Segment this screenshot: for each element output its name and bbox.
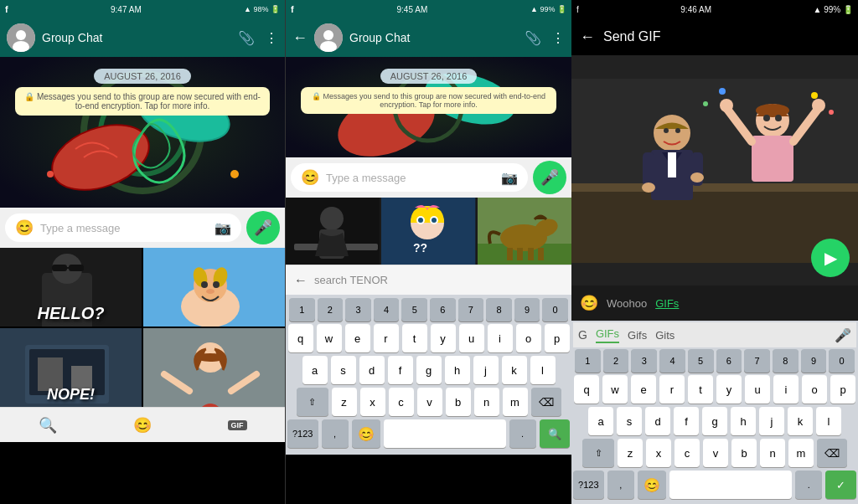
key-v[interactable]: v — [417, 388, 442, 416]
key-shift-3[interactable]: ⇧ — [582, 439, 614, 467]
key-p[interactable]: p — [545, 324, 570, 352]
key-0[interactable]: 0 — [542, 298, 568, 321]
emoji-nav-icon-1[interactable]: 😊 — [133, 416, 152, 435]
key-space-2[interactable] — [384, 419, 506, 448]
tenor-search-bar[interactable]: ← search TENOR — [286, 265, 571, 295]
key-t-3[interactable]: t — [688, 375, 713, 404]
key-y-3[interactable]: y — [716, 375, 742, 404]
more-icon-2[interactable]: ⋮ — [551, 30, 565, 46]
key-n-3[interactable]: n — [760, 439, 785, 467]
mic-icon-3[interactable]: 🎤 — [835, 327, 851, 343]
search-icon-1[interactable]: 🔍 — [39, 416, 57, 435]
key-l[interactable]: l — [530, 356, 556, 384]
tab-gits[interactable]: Gits — [655, 329, 675, 342]
key-m-3[interactable]: m — [788, 439, 814, 467]
key-8-3[interactable]: 8 — [773, 349, 799, 373]
key-done-3[interactable]: ✓ — [825, 471, 856, 499]
gif-dog[interactable] — [143, 248, 285, 327]
key-d[interactable]: d — [359, 356, 385, 384]
key-p-3[interactable]: p — [830, 375, 855, 404]
key-f[interactable]: f — [388, 356, 413, 384]
more-icon-1[interactable]: ⋮ — [265, 30, 278, 46]
key-9[interactable]: 9 — [514, 298, 540, 321]
key-s-3[interactable]: s — [617, 407, 642, 435]
gif-nope[interactable]: NOPE! — [0, 328, 142, 407]
back-arrow-tenor[interactable]: ← — [294, 273, 308, 288]
key-7[interactable]: 7 — [458, 298, 484, 321]
key-backspace-3[interactable]: ⌫ — [817, 439, 847, 467]
key-comma-2[interactable]: , — [322, 419, 349, 448]
key-s[interactable]: s — [331, 356, 356, 384]
back-arrow-2[interactable]: ← — [292, 29, 308, 47]
key-c[interactable]: c — [389, 388, 414, 416]
emoji-icon-1[interactable]: 😊 — [15, 219, 34, 237]
key-emoji-2[interactable]: 😊 — [352, 419, 380, 448]
attachment-icon-2[interactable]: 📎 — [525, 30, 541, 46]
gif-talk-show[interactable] — [286, 198, 380, 265]
key-z[interactable]: z — [332, 388, 357, 416]
key-2[interactable]: 2 — [318, 298, 344, 321]
tab-gifs2[interactable]: Gifs — [628, 329, 647, 342]
key-q-3[interactable]: q — [574, 375, 599, 404]
key-a-3[interactable]: a — [588, 407, 613, 435]
key-k-3[interactable]: k — [788, 407, 813, 435]
key-r[interactable]: r — [374, 324, 399, 352]
key-6[interactable]: 6 — [430, 298, 456, 321]
key-l-3[interactable]: l — [816, 407, 841, 435]
key-a[interactable]: a — [302, 356, 328, 384]
key-f-3[interactable]: f — [674, 407, 699, 435]
back-arrow-3[interactable]: ← — [580, 28, 595, 46]
app-icons-2[interactable]: 📎 ⋮ — [525, 30, 565, 46]
key-123-3[interactable]: ?123 — [573, 471, 604, 499]
key-e[interactable]: e — [345, 324, 370, 352]
key-j-3[interactable]: j — [759, 407, 784, 435]
app-icons-1[interactable]: 📎 ⋮ — [238, 30, 278, 46]
key-4-3[interactable]: 4 — [659, 349, 685, 373]
key-g-3[interactable]: g — [702, 407, 727, 435]
key-5-3[interactable]: 5 — [688, 349, 714, 373]
key-shift-2[interactable]: ⇧ — [297, 388, 328, 416]
key-9-3[interactable]: 9 — [801, 349, 827, 373]
key-w-3[interactable]: w — [602, 375, 628, 404]
key-o-3[interactable]: o — [802, 375, 827, 404]
key-k[interactable]: k — [502, 356, 527, 384]
key-m[interactable]: m — [503, 388, 528, 416]
key-5[interactable]: 5 — [401, 298, 427, 321]
key-q[interactable]: q — [288, 324, 313, 352]
key-3-3[interactable]: 3 — [631, 349, 657, 373]
key-z-3[interactable]: z — [618, 439, 643, 467]
key-h[interactable]: h — [445, 356, 470, 384]
key-period-2[interactable]: . — [509, 419, 536, 448]
key-period-3[interactable]: . — [795, 471, 822, 499]
key-u[interactable]: u — [459, 324, 484, 352]
key-h-3[interactable]: h — [731, 407, 756, 435]
key-b-3[interactable]: b — [731, 439, 757, 467]
nav-search-1[interactable]: 🔍 — [39, 416, 57, 435]
gif-hello[interactable]: HELLO? — [0, 248, 142, 327]
key-8[interactable]: 8 — [486, 298, 512, 321]
key-2-3[interactable]: 2 — [603, 349, 629, 373]
camera-icon-1[interactable]: 📷 — [214, 220, 231, 236]
emoji-icon-2[interactable]: 😊 — [301, 168, 319, 187]
key-c-3[interactable]: c — [675, 439, 700, 467]
key-e-3[interactable]: e — [631, 375, 656, 404]
key-4[interactable]: 4 — [374, 298, 400, 321]
key-o[interactable]: o — [516, 324, 541, 352]
key-6-3[interactable]: 6 — [716, 349, 742, 373]
nav-gif-1[interactable]: GIF — [228, 420, 247, 430]
attachment-icon-1[interactable]: 📎 — [238, 30, 255, 46]
key-1-3[interactable]: 1 — [575, 349, 601, 373]
key-backspace-2[interactable]: ⌫ — [531, 388, 561, 416]
key-space-3[interactable] — [669, 471, 793, 499]
key-t[interactable]: t — [402, 324, 427, 352]
camera-icon-2[interactable]: 📷 — [501, 170, 518, 186]
key-d-3[interactable]: d — [645, 407, 670, 435]
key-b[interactable]: b — [446, 388, 471, 416]
caption-gifs-link[interactable]: GIFs — [655, 297, 679, 310]
key-7-3[interactable]: 7 — [744, 349, 770, 373]
keyboard-3[interactable]: G GIFs Gifs Gits 🎤 1 2 3 4 5 6 7 8 9 0 q… — [571, 321, 858, 504]
key-r-3[interactable]: r — [659, 375, 685, 404]
gif-horse[interactable] — [478, 198, 571, 265]
gif-girl[interactable] — [143, 328, 285, 407]
key-search-2[interactable]: 🔍 — [540, 419, 571, 448]
